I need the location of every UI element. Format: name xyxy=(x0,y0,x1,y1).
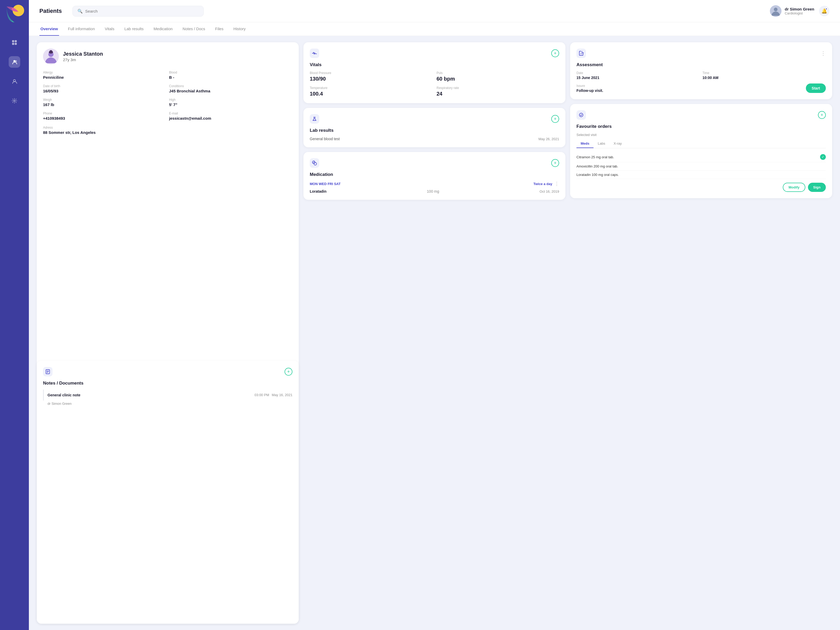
tab-files[interactable]: Files xyxy=(214,22,224,36)
svg-point-9 xyxy=(14,100,15,102)
sidebar-item-settings[interactable] xyxy=(9,95,20,107)
medication-card: + Medication MON WED FRI SAT Twice a day… xyxy=(303,152,565,200)
search-input[interactable] xyxy=(85,9,199,13)
sidebar-item-users[interactable] xyxy=(9,56,20,68)
svg-point-11 xyxy=(774,8,777,11)
tab-medication[interactable]: Medication xyxy=(153,22,174,36)
fav-modify-button[interactable]: Modify xyxy=(783,183,805,192)
search-bar: 🔍 xyxy=(73,6,204,17)
vital-resp-inner: Respiratory rate 24 xyxy=(437,86,559,97)
patient-weight: Weigh 167 lb xyxy=(43,98,166,107)
notes-card: + Notes / Documents General clinic note … xyxy=(37,361,299,624)
patient-email: E-mail jessicastn@email.com xyxy=(169,112,292,120)
notes-card-header: + xyxy=(43,367,292,376)
vitals-icon-inner xyxy=(310,49,319,58)
assess-issue-text: Issure Follow-up visit. xyxy=(576,84,603,93)
sidebar-nav xyxy=(9,37,20,107)
patient-dob: Date of birth 16/05/93 xyxy=(43,84,166,93)
fav-title: Favourite orders xyxy=(576,124,826,129)
favourite-orders-card: + Favourite orders Selected visit Meds L… xyxy=(570,104,832,198)
fav-check-1: ✓ xyxy=(820,154,826,160)
lab-add-button[interactable]: + xyxy=(551,115,559,123)
tab-history[interactable]: History xyxy=(232,22,247,36)
med-more-button[interactable]: ⋮ xyxy=(554,181,559,186)
med-title: Medication xyxy=(310,172,559,177)
svg-point-7 xyxy=(15,60,17,62)
sidebar-item-grid[interactable] xyxy=(9,37,20,48)
notification-dot xyxy=(825,8,827,10)
patient-allergy: Allergy Penniciline xyxy=(43,71,166,79)
tab-vitals[interactable]: Vitals xyxy=(104,22,115,36)
vitals-title-inner: Vitals xyxy=(310,62,559,68)
lab-icon xyxy=(310,114,319,124)
fav-item-1: Citramon 25 mg oral tab. ✓ xyxy=(576,152,826,162)
svg-rect-1 xyxy=(4,4,12,25)
patient-fields: Allergy Penniciline Blood B - Date of bi… xyxy=(43,71,292,120)
patient-age: 27y 3m xyxy=(63,57,103,62)
vital-temp-inner: Temperature 100.4 xyxy=(310,86,432,97)
patient-name: Jessica Stanton xyxy=(63,51,103,57)
vitals-card-inner: + Vitals Blood Pressure 130/90 Puls 60 b… xyxy=(303,42,565,103)
assess-meta-inner: Date 15 June 2021 Time 10:00 AM xyxy=(576,71,826,80)
assess-more-btn[interactable]: ⋮ xyxy=(821,51,826,56)
content-grid: Jessica Stanton 27y 3m Allergy Pennicili… xyxy=(29,36,840,630)
notes-add-button[interactable]: + xyxy=(284,368,292,376)
patient-address: Adress 88 Sommer str, Los Angeles xyxy=(43,126,292,135)
notes-doctor: dr Simon Green xyxy=(43,402,292,406)
fav-tab-xray[interactable]: X-ray xyxy=(609,139,626,148)
patient-header: Jessica Stanton 27y 3m xyxy=(43,49,292,64)
svg-point-15 xyxy=(49,51,53,54)
notes-title: Notes / Documents xyxy=(43,381,292,386)
svg-rect-2 xyxy=(12,40,14,42)
vitals-add-btn-inner[interactable]: + xyxy=(551,49,559,57)
fav-tabs-bar: Meds Labs X-ray xyxy=(576,139,826,148)
vital-bp-inner: Blood Pressure 130/90 xyxy=(310,71,432,82)
tab-lab-results[interactable]: Lab results xyxy=(123,22,145,36)
vitals-grid-inner: Blood Pressure 130/90 Puls 60 bpm Temper… xyxy=(310,71,559,97)
lab-card: + Lab results General blood test May 26,… xyxy=(303,108,565,147)
patient-blood: Blood B - xyxy=(169,71,292,79)
doctor-role: Cardiologist xyxy=(785,11,814,15)
assess-title-inner: Assessment xyxy=(576,62,826,68)
sidebar-item-person[interactable] xyxy=(9,76,20,87)
search-icon: 🔍 xyxy=(77,9,83,14)
fav-item-2: Amoxicillin 200 mg oral tab. xyxy=(576,162,826,171)
fav-tab-labs[interactable]: Labs xyxy=(594,139,609,148)
assess-start-btn[interactable]: Start xyxy=(806,84,826,93)
doctor-name: dr Simon Green xyxy=(785,7,814,11)
patient-height: High 5' 7" xyxy=(169,98,292,107)
med-add-button[interactable]: + xyxy=(551,159,559,167)
fav-tab-meds[interactable]: Meds xyxy=(576,139,594,148)
lab-title: Lab results xyxy=(310,128,559,133)
notes-icon xyxy=(43,367,52,376)
notification-button[interactable]: 🔔 xyxy=(819,6,829,16)
svg-point-8 xyxy=(13,79,16,82)
vitals-header-inner: + xyxy=(310,49,559,58)
fav-sign-button[interactable]: Sign xyxy=(808,183,826,192)
assess-issue-inner: Issure Follow-up visit. Start xyxy=(576,84,826,93)
patient-name-block: Jessica Stanton 27y 3m xyxy=(63,51,103,62)
tabs-bar: Overview Full information Vitals Lab res… xyxy=(29,22,840,36)
col2-stack: + Vitals Blood Pressure 130/90 Puls 60 b… xyxy=(303,42,565,624)
tab-overview[interactable]: Overview xyxy=(39,22,59,36)
svg-point-6 xyxy=(13,60,16,62)
assess-header-inner: ⋮ xyxy=(576,49,826,58)
fav-add-button[interactable]: + xyxy=(818,111,826,119)
sidebar xyxy=(0,0,29,630)
patient-phone: Phone +410938493 xyxy=(43,112,166,120)
med-schedule-row: MON WED FRI SAT Twice a day ⋮ xyxy=(310,181,559,186)
svg-point-25 xyxy=(579,113,583,117)
doctor-info: dr Simon Green Cardiologist xyxy=(770,5,814,17)
tab-full-information[interactable]: Full information xyxy=(67,22,96,36)
assess-time-inner: Time 10:00 AM xyxy=(703,71,826,80)
fav-subtitle: Selected visit xyxy=(576,133,826,137)
vital-puls-inner: Puls 60 bpm xyxy=(437,71,559,82)
lab-card-header: + xyxy=(310,114,559,124)
fav-card-header: + xyxy=(576,110,826,120)
med-item-row: Loratadin 100 mg Oct 16, 2019 xyxy=(310,189,559,193)
patient-avatar xyxy=(43,49,59,64)
svg-point-22 xyxy=(314,163,317,165)
header-right: dr Simon Green Cardiologist 🔔 xyxy=(770,5,829,17)
tab-notes-docs[interactable]: Notes / Docs xyxy=(182,22,206,36)
sidebar-logo xyxy=(0,0,29,29)
